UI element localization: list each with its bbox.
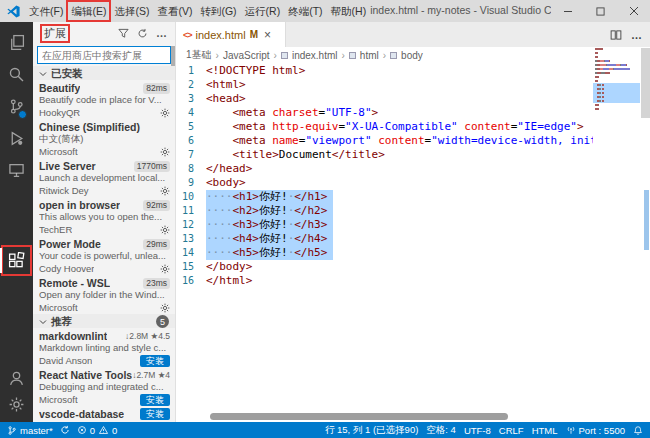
extension-item-vscode-database[interactable]: vscode-database 安装 [33,406,176,422]
menu-selection[interactable]: 选择(S) [110,1,153,21]
sync-item[interactable] [60,425,70,435]
menu-terminal[interactable]: 终端(T) [284,1,326,21]
breadcrumb-symbol[interactable]: html [360,50,379,61]
close-window-button[interactable] [617,0,650,22]
close-tab-icon[interactable]: × [264,28,271,42]
extension-description: This allows you to open the... [39,211,170,223]
breadcrumb-folder[interactable]: 1基础 [186,48,212,62]
extension-gear-icon[interactable] [160,186,170,196]
language-mode-item[interactable]: HTML [532,425,558,436]
extension-item-open-in-browser[interactable]: open in browser92ms This allows you to o… [33,197,176,236]
code-line[interactable]: 10····<h1>你好!·</h1> [176,190,593,204]
eol-item[interactable]: CRLF [499,425,524,436]
extension-name: Beautify [39,82,80,94]
settings-gear-icon[interactable] [4,392,29,417]
breadcrumb-file[interactable]: index.html [292,50,338,61]
menu-run[interactable]: 运行(R) [241,1,285,21]
extension-item-react-native-tools[interactable]: React Native Tools↓2.7M ★4 Debugging and… [33,367,176,406]
extension-gear-icon[interactable] [160,108,170,118]
menu-edit[interactable]: 编辑(E) [67,1,110,21]
window-controls [551,0,650,22]
code-line[interactable]: 1<!DOCTYPE html> [176,64,593,78]
code-line[interactable]: 9<body> [176,176,593,190]
cursor-position-item[interactable]: 行 15, 列 1 (已选择90) [325,424,418,437]
minimap-line [595,92,604,94]
code-line[interactable]: 8</head> [176,162,593,176]
extension-item-live-server[interactable]: Live Server1770ms Launch a development l… [33,158,176,197]
more-actions-icon[interactable]: … [631,29,642,41]
search-icon[interactable] [4,62,29,87]
code-line[interactable]: 3<head> [176,92,593,106]
extension-item-remote-wsl[interactable]: Remote - WSL23ms Open any folder in the … [33,275,176,314]
extension-author: Microsoft [39,394,78,405]
horizontal-scrollbar[interactable] [210,413,508,420]
extension-gear-icon[interactable] [160,147,170,157]
minimap-line [595,60,609,62]
live-server-port-item[interactable]: Port : 5500 [566,425,625,436]
code-line[interactable]: 2<html> [176,78,593,92]
line-number: 8 [176,162,206,176]
run-debug-icon[interactable] [4,126,29,151]
minimap[interactable] [593,48,640,188]
menu-help[interactable]: 帮助(H) [327,1,371,21]
extensions-icon[interactable] [4,248,29,273]
code-line[interactable]: 13····<h4>你好!·</h4> [176,232,593,246]
extension-gear-icon[interactable] [160,264,170,274]
code-line[interactable]: 11····<h2>你好!·</h2> [176,204,593,218]
extension-item-power-mode[interactable]: Power Mode29ms Your code is powerful, un… [33,236,176,275]
indentation-item[interactable]: 空格: 4 [426,424,456,437]
problems-item[interactable]: 0 0 [77,425,118,436]
extension-item-markdownlint[interactable]: markdownlint↓2.8M ★4.5 Markdown linting … [33,328,176,367]
install-button[interactable]: 安装 [140,394,170,406]
tab-index-html[interactable]: <> index.html M × [176,22,286,47]
code-line[interactable]: 16</html> [176,274,593,288]
extension-author: Microsoft [39,146,78,157]
minimize-button[interactable] [551,0,584,22]
sidebar-actions: … [118,27,167,39]
extension-item-chinese[interactable]: Chinese (Simplified) Lan... 中文(简体) Micro… [33,119,176,158]
breadcrumb-symbol[interactable]: body [401,50,423,61]
line-number: 12 [176,218,206,232]
menu-file[interactable]: 文件(F) [25,1,67,21]
code-line[interactable]: 5 <meta http-equiv="X-UA-Compatible" con… [176,120,593,134]
split-editor-icon[interactable] [610,29,622,41]
line-number: 15 [176,260,206,274]
section-installed[interactable]: 已安装 [33,66,175,81]
extension-description: Open any folder in the Wind... [39,289,170,301]
git-branch-item[interactable]: master* [7,425,53,436]
code-line[interactable]: 12····<h3>你好!·</h3> [176,218,593,232]
code-line[interactable]: 4 <meta charset="UTF-8"> [176,106,593,120]
maximize-button[interactable] [584,0,617,22]
code-editor[interactable]: 1<!DOCTYPE html>2<html>3<head>4 <meta ch… [176,64,593,288]
section-recommended[interactable]: 推荐 5 [33,314,175,329]
broadcast-icon [566,425,576,435]
code-line[interactable]: 15</body> [176,260,593,274]
git-modified-badge: M [250,29,258,40]
vertical-scrollbar[interactable] [641,48,650,118]
extension-item-beautify[interactable]: Beautify82ms Beautify code in place for … [33,80,176,119]
minimap-line [595,80,598,82]
account-icon[interactable] [4,366,29,391]
extension-gear-icon[interactable] [160,303,170,313]
filter-icon[interactable] [118,28,129,39]
encoding-item[interactable]: UTF-8 [464,425,491,436]
menu-go[interactable]: 转到(G) [196,1,240,21]
remote-explorer-icon[interactable] [4,158,29,183]
install-button[interactable]: 安装 [140,355,170,367]
bell-icon [633,425,643,436]
menu-view[interactable]: 查看(V) [153,1,196,21]
code-line[interactable]: 6 <meta name="viewport" content="width=d… [176,134,593,148]
code-line[interactable]: 7 <title>Document</title> [176,148,593,162]
refresh-icon[interactable] [137,28,148,39]
explorer-icon[interactable] [4,30,29,55]
extension-gear-icon[interactable] [160,225,170,235]
minimap-line [595,72,610,74]
code-line[interactable]: 14····<h5>你好!·</h5> [176,246,593,260]
install-button[interactable]: 安装 [140,408,170,420]
more-actions-icon[interactable]: … [156,27,167,39]
extensions-search-input[interactable] [37,46,171,64]
notifications-bell-item[interactable] [633,425,643,436]
breadcrumb-folder[interactable]: JavaScript [223,50,270,61]
code-text: <meta http-equiv="X-UA-Compatible" conte… [206,120,584,134]
minimap-line [595,48,603,50]
